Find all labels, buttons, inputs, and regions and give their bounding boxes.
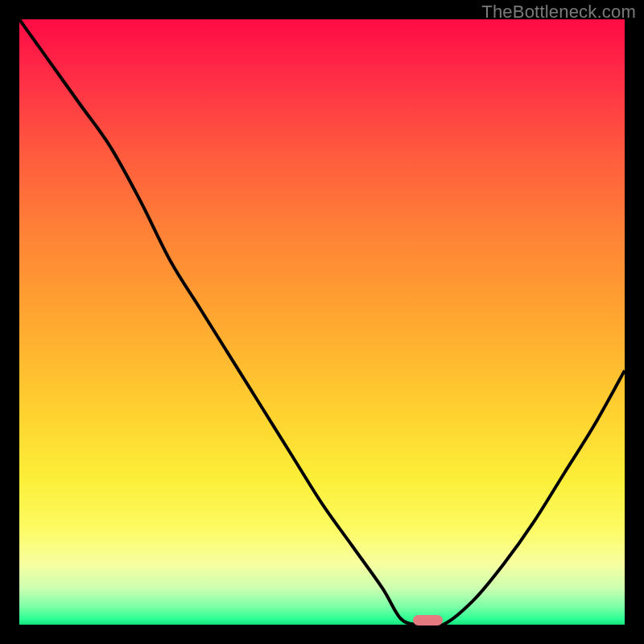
chart-frame: TheBottleneck.com — [0, 0, 644, 644]
watermark-text: TheBottleneck.com — [481, 2, 636, 23]
bottleneck-curve — [19, 19, 625, 625]
plot-area — [19, 19, 625, 625]
optimal-marker — [413, 615, 444, 625]
